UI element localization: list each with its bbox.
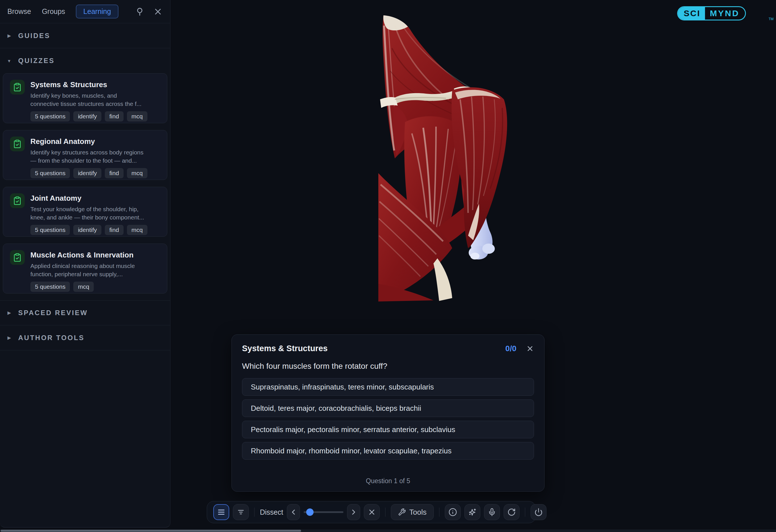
section-quizzes[interactable]: ▼ QUIZZES	[0, 48, 170, 73]
sidebar-header: Browse Groups Learning	[0, 0, 170, 23]
toolbar-divider	[525, 508, 525, 517]
anatomy-3d-viewport[interactable]	[378, 14, 511, 304]
microphone-icon	[488, 508, 496, 516]
chevron-left-icon	[289, 508, 298, 516]
reset-view-button[interactable]	[504, 504, 520, 520]
quiz-panel-title: Systems & Structures	[242, 344, 328, 353]
sparkles-icon	[468, 508, 476, 516]
quiz-progress-label: Question 1 of 5	[242, 477, 534, 485]
clipboard-check-icon	[10, 80, 25, 94]
wrench-icon	[398, 508, 406, 516]
tools-button[interactable]: Tools	[391, 504, 434, 520]
quiz-card-title: Joint Anatomy	[30, 194, 147, 203]
quiz-list: Systems & Structures Identify key bones,…	[0, 73, 170, 294]
quiz-card-muscle-actions[interactable]: Muscle Actions & Innervation Applied cli…	[3, 244, 167, 294]
quiz-question-panel: Systems & Structures 0/0 Which four musc…	[231, 334, 545, 492]
tag-question-count: 5 questions	[30, 282, 70, 292]
power-icon	[534, 508, 543, 516]
tag-find: find	[105, 111, 124, 121]
clipboard-check-icon	[10, 137, 25, 151]
section-quizzes-label: QUIZZES	[18, 57, 55, 65]
answer-option-2[interactable]: Deltoid, teres major, coracobrachialis, …	[242, 400, 534, 417]
dissect-label: Dissect	[260, 508, 283, 516]
section-spaced-review[interactable]: ▶ SPACED REVIEW	[0, 300, 170, 325]
tab-browse[interactable]: Browse	[7, 7, 31, 16]
menu-lines-icon	[217, 508, 225, 516]
caret-right-icon: ▶	[7, 310, 12, 315]
tag-find: find	[105, 168, 124, 178]
answer-option-3[interactable]: Pectoralis major, pectoralis minor, serr…	[242, 421, 534, 438]
filter-button[interactable]	[233, 504, 249, 520]
tag-identify: identify	[73, 111, 102, 121]
caret-right-icon: ▶	[7, 33, 12, 38]
viewer-toolbar: Dissect Tools	[207, 501, 536, 523]
toolbar-divider	[439, 508, 439, 517]
tag-question-count: 5 questions	[30, 168, 70, 178]
section-spaced-review-label: SPACED REVIEW	[18, 309, 88, 317]
answer-option-1[interactable]: Supraspinatus, infraspinatus, teres mino…	[242, 378, 534, 396]
horizontal-scrollbar-thumb[interactable]	[1, 530, 301, 532]
section-author-tools-label: AUTHOR TOOLS	[18, 334, 84, 342]
dissect-next-button[interactable]	[347, 504, 360, 520]
quiz-card-description: Identify key bones, muscles, and connect…	[30, 91, 147, 108]
dissect-prev-button[interactable]	[287, 504, 300, 520]
rotate-cw-icon	[507, 508, 516, 516]
dissect-slider[interactable]	[304, 504, 343, 520]
tab-groups[interactable]: Groups	[42, 7, 65, 16]
dissect-slider-knob[interactable]	[306, 508, 314, 516]
scimynd-logo: SCI MYND	[677, 6, 746, 20]
info-button[interactable]	[445, 504, 461, 520]
quiz-card-joint-anatomy[interactable]: Joint Anatomy Test your knowledge of the…	[3, 187, 167, 237]
quiz-card-title: Systems & Structures	[30, 80, 147, 89]
pin-icon[interactable]	[135, 7, 145, 16]
close-icon[interactable]	[153, 7, 163, 16]
filter-lines-icon	[237, 508, 245, 516]
answer-option-4[interactable]: Rhomboid major, rhomboid minor, levator …	[242, 442, 534, 460]
ai-assistant-button[interactable]	[464, 504, 480, 520]
chevron-right-icon	[349, 508, 358, 516]
learning-sidebar: Browse Groups Learning ▶ GUIDES ▼ QUIZZE…	[0, 0, 170, 527]
quiz-card-description: Test your knowledge of the shoulder, hip…	[30, 205, 147, 221]
tag-question-count: 5 questions	[30, 225, 70, 235]
tag-identify: identify	[73, 225, 102, 235]
shoulder-model-svg	[378, 14, 511, 304]
horizontal-scrollbar-track[interactable]	[0, 529, 776, 532]
toolbar-divider	[385, 508, 385, 517]
clear-selection-button[interactable]	[364, 504, 380, 520]
close-icon[interactable]	[526, 345, 534, 352]
section-guides[interactable]: ▶ GUIDES	[0, 23, 170, 48]
quiz-card-systems-structures[interactable]: Systems & Structures Identify key bones,…	[3, 73, 167, 123]
tag-mcq: mcq	[73, 282, 94, 292]
clipboard-check-icon	[10, 193, 25, 208]
x-icon	[368, 508, 376, 516]
tab-learning[interactable]: Learning	[76, 5, 118, 18]
section-author-tools[interactable]: ▶ AUTHOR TOOLS	[0, 325, 170, 350]
clipboard-check-icon	[10, 250, 25, 265]
tag-mcq: mcq	[127, 168, 147, 178]
quiz-card-title: Regional Anatomy	[30, 137, 147, 146]
section-guides-label: GUIDES	[18, 32, 50, 40]
caret-down-icon: ▼	[7, 58, 12, 63]
toolbar-divider	[254, 508, 254, 517]
quiz-card-title: Muscle Actions & Innervation	[30, 251, 135, 259]
caret-right-icon: ▶	[7, 335, 12, 340]
quiz-score: 0/0	[505, 344, 516, 353]
tag-identify: identify	[73, 168, 102, 178]
quiz-question-text: Which four muscles form the rotator cuff…	[242, 362, 534, 371]
quiz-card-regional-anatomy[interactable]: Regional Anatomy Identify key structures…	[3, 130, 167, 180]
tag-mcq: mcq	[127, 225, 147, 235]
tag-question-count: 5 questions	[30, 111, 70, 121]
tools-label: Tools	[409, 508, 427, 517]
tag-find: find	[105, 225, 124, 235]
power-button[interactable]	[531, 504, 547, 520]
tag-mcq: mcq	[127, 111, 147, 121]
logo-mynd: MYND	[706, 7, 745, 20]
info-circle-icon	[448, 508, 457, 516]
logo-sci: SCI	[678, 7, 706, 20]
logo-trademark: TM	[769, 17, 773, 21]
scene-list-button[interactable]	[213, 504, 229, 520]
quiz-card-description: Applied clinical reasoning about muscle …	[30, 262, 135, 278]
microphone-button[interactable]	[484, 504, 500, 520]
quiz-card-description: Identify key structures across body regi…	[30, 148, 147, 165]
